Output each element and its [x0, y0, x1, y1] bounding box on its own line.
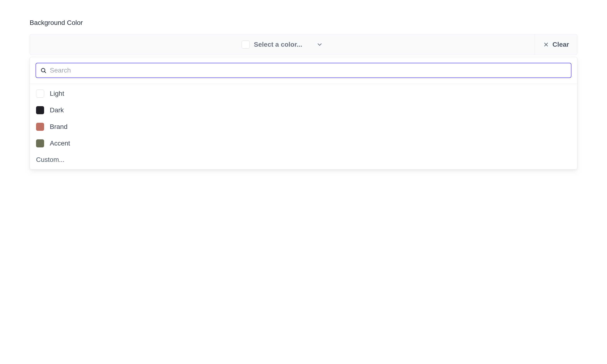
color-option-label: Dark: [50, 106, 64, 114]
select-trigger-inner: Select a color...: [242, 40, 302, 49]
color-option-label: Light: [50, 90, 64, 97]
search-field[interactable]: [36, 63, 571, 78]
color-option[interactable]: Dark: [30, 102, 577, 118]
color-picker-control: Select a color... Clear: [30, 34, 577, 169]
color-option[interactable]: Light: [30, 85, 577, 102]
color-swatch: [36, 106, 44, 114]
color-swatch: [36, 139, 44, 147]
custom-color-option[interactable]: Custom...: [30, 152, 577, 168]
select-bar: Select a color... Clear: [30, 34, 577, 55]
selected-swatch: [242, 40, 250, 49]
color-option-label: Accent: [50, 140, 70, 147]
color-option-label: Brand: [50, 123, 67, 130]
dropdown-panel: LightDarkBrandAccentCustom...: [30, 57, 577, 169]
color-option[interactable]: Accent: [30, 135, 577, 152]
custom-option-label: Custom...: [36, 156, 65, 164]
clear-button[interactable]: Clear: [535, 34, 577, 55]
search-wrap: [30, 57, 577, 84]
search-input[interactable]: [50, 66, 567, 74]
color-option[interactable]: Brand: [30, 118, 577, 135]
clear-label: Clear: [553, 41, 569, 48]
close-icon: [543, 41, 549, 48]
select-trigger[interactable]: Select a color...: [30, 34, 535, 55]
field-label: Background Color: [30, 19, 577, 26]
chevron-down-icon: [316, 41, 323, 48]
svg-line-3: [45, 72, 46, 73]
select-placeholder: Select a color...: [254, 41, 302, 48]
color-swatch: [36, 90, 44, 98]
color-swatch: [36, 123, 44, 131]
search-icon: [40, 67, 46, 74]
options-list: LightDarkBrandAccentCustom...: [30, 84, 577, 169]
